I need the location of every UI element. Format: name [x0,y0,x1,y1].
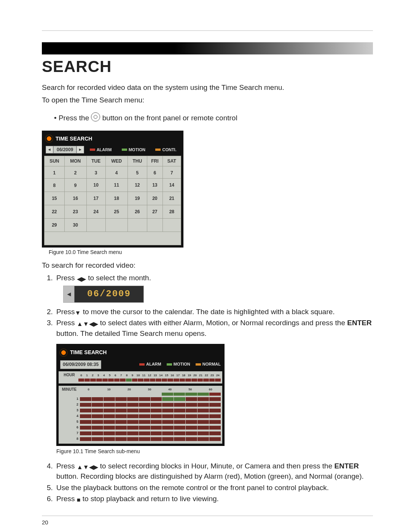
cal-day[interactable] [127,218,147,232]
step3-a: Press [56,319,77,327]
month-next-icon[interactable]: ▸ [76,146,84,153]
dow-fri: FRI [147,156,163,166]
cal-day[interactable]: 20 [147,192,163,205]
timeline-legend: ALARM MOTION NORMAL [104,361,221,367]
step3-c: button. The detailed Time Search menu op… [56,329,207,337]
cam-row[interactable]: 4 [60,414,221,419]
cal-day[interactable]: 5 [127,166,147,178]
step1-a: Press [56,274,77,282]
legend-motion: MOTION [174,361,190,367]
steps-list: Press ◀▶ to select the month. ◂ 06/2009 … [42,273,373,504]
step-6: Press ■ to stop playback and return to l… [55,494,373,504]
cal-day[interactable]: 28 [162,205,181,218]
cal-day[interactable]: 1 [45,166,65,178]
cal-day[interactable]: 8 [45,178,65,192]
legend-normal: NORMAL [202,361,221,367]
enter-label: ENTER [347,319,371,327]
figure-time-search-calendar: TIME SEARCH ◂ 06/2009 ▸ ALARM MOTION CON… [42,131,183,248]
calendar-table[interactable]: SUN MON TUE WED THU FRI SAT 1 2 3 4 5 6 … [44,156,181,245]
four-way-arrows-icon: ▲▼◀▶ [77,464,98,470]
header-gradient-bar [42,42,373,54]
month-selector[interactable]: ◂ 06/2009 ▸ [46,146,84,153]
hour-bar-row[interactable] [60,379,221,382]
alarm-swatch [90,149,95,151]
conti-swatch [155,149,161,151]
cam-row[interactable]: 1 [60,396,221,401]
press-bullet: • Press the button on the front panel or… [54,112,373,123]
cal-day[interactable]: 22 [45,205,65,218]
month-prev-icon[interactable]: ◂ [46,146,53,153]
search-line: To search for recorded video: [42,260,373,271]
minute-bar-row[interactable] [60,393,221,396]
cam-row[interactable]: 3 [60,408,221,413]
left-right-arrows-icon: ◀▶ [77,276,86,282]
cal-day[interactable] [105,218,127,232]
cal-day[interactable]: 3 [86,166,105,178]
alarm-swatch [139,363,145,366]
intro-text: Search for recorded video data on the sy… [42,83,373,93]
cal-day[interactable]: 13 [147,178,163,192]
dow-sat: SAT [162,156,181,166]
timeline-datetime: 06/09/2009 08:35 [60,360,101,369]
cam-row[interactable]: 5 [60,419,221,424]
timeline-header: TIME SEARCH [59,346,222,358]
sun-icon [60,349,67,356]
cam-row[interactable]: 2 [60,402,221,407]
step6-b: to stop playback and return to live view… [83,495,219,503]
bullet-part-a: Press the [59,114,91,122]
motion-swatch [167,363,172,366]
cal-day[interactable]: 18 [105,192,127,205]
step2-a: Press [56,308,75,316]
cal-day[interactable]: 7 [162,166,181,178]
legend-motion: MOTION [129,147,145,152]
normal-swatch [196,363,201,366]
dow-tue: TUE [86,156,105,166]
hour-tick-row: HOUR 01234567891011121314151617181920212… [60,372,221,378]
cal-day[interactable] [86,218,105,232]
month-strip-figure: ◂ 06/2009 [63,286,144,303]
page-title: SEARCH [42,58,373,76]
cam-row[interactable]: 7 [60,431,221,436]
cal-day[interactable]: 16 [64,192,86,205]
cal-day[interactable]: 12 [127,178,147,192]
figure-101-caption: Figure 10.1 Time Search sub-menu [56,447,373,455]
cam-row[interactable]: 8 [60,436,221,441]
step4-a: Press [56,462,77,470]
cal-day[interactable]: 23 [64,205,86,218]
cal-day[interactable]: 24 [86,205,105,218]
step-1: Press ◀▶ to select the month. ◂ 06/2009 [55,273,373,302]
cal-day[interactable]: 26 [127,205,147,218]
dow-mon: MON [64,156,86,166]
legend-conti: CONTI. [162,147,176,152]
step-3: Press ▲▼◀▶ to select dates with either A… [55,318,373,455]
dow-thu: THU [127,156,147,166]
cal-day[interactable]: 25 [105,205,127,218]
cal-day[interactable]: 10 [86,178,105,192]
cal-day[interactable]: 21 [162,192,181,205]
cal-day[interactable]: 29 [45,218,65,232]
cal-day[interactable]: 14 [162,178,181,192]
step3-b: to select dates with either Alarm, Motio… [100,319,347,327]
cal-day[interactable]: 17 [86,192,105,205]
cal-day[interactable]: 4 [105,166,127,178]
cal-day[interactable]: 19 [127,192,147,205]
down-arrow-icon: ▼ [75,310,81,316]
figure-100-caption: Figure 10.0 Time Search menu [49,249,373,255]
month-strip-prev-icon[interactable]: ◂ [64,286,75,302]
cal-day[interactable]: 30 [64,218,86,232]
legend-alarm: ALARM [146,361,161,367]
cal-day[interactable]: 9 [64,178,86,192]
bottom-rule [42,516,373,516]
cal-day[interactable] [162,218,181,232]
cal-day[interactable]: 6 [147,166,163,178]
calendar-legend: ALARM MOTION CONTI. [86,147,180,152]
four-way-arrows-icon: ▲▼◀▶ [77,321,98,327]
enter-label: ENTER [335,462,359,470]
time-search-title: TIME SEARCH [56,136,92,142]
cal-day[interactable]: 15 [45,192,65,205]
cal-day[interactable]: 27 [147,205,163,218]
cam-row[interactable]: 6 [60,425,221,430]
cal-day[interactable]: 2 [64,166,86,178]
cal-day[interactable]: 11 [105,178,127,192]
cal-day[interactable] [147,218,163,232]
